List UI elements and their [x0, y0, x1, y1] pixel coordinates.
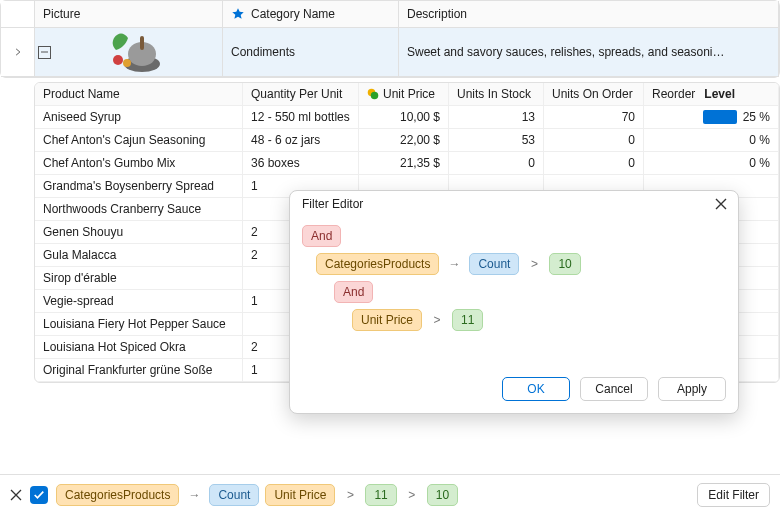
greater-than-icon: > — [403, 485, 421, 505]
reorder-bar — [703, 110, 737, 124]
cell-units-in-stock: 13 — [449, 106, 544, 129]
collapse-icon[interactable] — [38, 46, 51, 59]
cell-product-name: Genen Shouyu — [35, 221, 243, 244]
cell-units-in-stock: 53 — [449, 129, 544, 152]
field-token-unitprice[interactable]: Unit Price — [265, 484, 335, 506]
svg-point-3 — [123, 59, 131, 67]
master-col-category-label: Category Name — [251, 7, 335, 21]
svg-point-2 — [113, 55, 123, 65]
reorder-pct: 0 % — [749, 133, 770, 147]
master-col-description[interactable]: Description — [399, 1, 779, 28]
master-cell-description: Sweet and savory sauces, relishes, sprea… — [399, 28, 779, 77]
cell-product-name: Louisiana Fiery Hot Pepper Sauce — [35, 313, 243, 336]
cancel-button[interactable]: Cancel — [580, 377, 648, 401]
master-col-picture[interactable]: Picture — [35, 1, 223, 28]
detail-col-price[interactable]: Unit Price — [359, 83, 449, 106]
dialog-body: And CategoriesProducts → Count > 10 And … — [290, 213, 738, 369]
cell-product-name: Aniseed Syrup — [35, 106, 243, 129]
dialog-titlebar: Filter Editor — [290, 191, 738, 213]
cell-reorder-level: 0 % — [644, 152, 779, 175]
filter-editor-dialog: Filter Editor And CategoriesProducts → C… — [289, 190, 739, 414]
arrow-right-icon: → — [185, 485, 203, 505]
detail-col-reorder-label-b: Level — [704, 87, 735, 101]
master-cell-description-text: Sweet and savory sauces, relishes, sprea… — [407, 45, 770, 59]
cell-units-on-order: 70 — [544, 106, 644, 129]
cell-units-in-stock: 0 — [449, 152, 544, 175]
edit-filter-button[interactable]: Edit Filter — [697, 483, 770, 507]
apply-button[interactable]: Apply — [658, 377, 726, 401]
detail-col-order-label: Units On Order — [552, 87, 633, 101]
cell-product-name: Grandma's Boysenberry Spread — [35, 175, 243, 198]
aggregate-token-count[interactable]: Count — [209, 484, 259, 506]
svg-point-5 — [371, 92, 379, 100]
cancel-button-label: Cancel — [595, 382, 632, 396]
and-operator-token[interactable]: And — [302, 225, 341, 247]
detail-col-name[interactable]: Product Name — [35, 83, 243, 106]
filter-root-and: And — [302, 225, 726, 247]
check-icon — [33, 489, 45, 501]
cell-product-name: Chef Anton's Gumbo Mix — [35, 152, 243, 175]
cell-product-name: Chef Anton's Cajun Seasoning — [35, 129, 243, 152]
master-col-description-label: Description — [407, 7, 467, 21]
detail-header-row: Product Name Quantity Per Unit Unit Pric… — [35, 83, 779, 106]
value-token-10[interactable]: 10 — [549, 253, 580, 275]
cell-reorder-level: 25 % — [644, 106, 779, 129]
cell-qty-per-unit: 36 boxes — [243, 152, 359, 175]
field-token-categoriesproducts[interactable]: CategoriesProducts — [56, 484, 179, 506]
filter-expression[interactable]: CategoriesProducts → Count Unit Price > … — [56, 484, 464, 506]
currency-icon — [367, 88, 379, 100]
detail-col-qty[interactable]: Quantity Per Unit — [243, 83, 359, 106]
greater-than-icon: > — [341, 485, 359, 505]
category-image — [55, 30, 214, 74]
close-icon[interactable] — [714, 197, 728, 211]
table-row[interactable]: Chef Anton's Gumbo Mix36 boxes21,35 $000… — [35, 152, 779, 175]
master-cell-category: Condiments — [223, 28, 399, 77]
master-expand-cell[interactable] — [1, 28, 35, 77]
master-cell-picture — [35, 28, 223, 77]
value-token-10[interactable]: 10 — [427, 484, 458, 506]
value-token-11[interactable]: 11 — [365, 484, 396, 506]
and-operator-token[interactable]: And — [334, 281, 373, 303]
field-token-categoriesproducts[interactable]: CategoriesProducts — [316, 253, 439, 275]
detail-col-reorder-label-a: Reorder — [652, 87, 695, 101]
cell-product-name: Gula Malacca — [35, 244, 243, 267]
table-row[interactable]: Aniseed Syrup12 - 550 ml bottles10,00 $1… — [35, 106, 779, 129]
field-token-unitprice[interactable]: Unit Price — [352, 309, 422, 331]
ok-button[interactable]: OK — [502, 377, 570, 401]
detail-col-order[interactable]: Units On Order — [544, 83, 644, 106]
ok-button-label: OK — [527, 382, 544, 396]
reorder-pct: 0 % — [749, 156, 770, 170]
aggregate-token-count[interactable]: Count — [469, 253, 519, 275]
master-expand-col-header — [1, 1, 35, 28]
master-grid: Picture Category Name Description — [0, 0, 780, 78]
cell-unit-price: 21,35 $ — [359, 152, 449, 175]
cell-unit-price: 22,00 $ — [359, 129, 449, 152]
filter-condition-1: CategoriesProducts → Count > 10 — [302, 253, 726, 275]
cell-units-on-order: 0 — [544, 129, 644, 152]
star-icon — [231, 7, 245, 21]
master-col-category[interactable]: Category Name — [223, 1, 399, 28]
table-row[interactable]: Chef Anton's Cajun Seasoning48 - 6 oz ja… — [35, 129, 779, 152]
reorder-pct: 25 % — [743, 110, 770, 124]
cell-unit-price: 10,00 $ — [359, 106, 449, 129]
greater-than-icon: > — [428, 309, 446, 331]
greater-than-icon: > — [525, 253, 543, 275]
master-col-picture-label: Picture — [43, 7, 80, 21]
cell-product-name: Original Frankfurter grüne Soße — [35, 359, 243, 382]
apply-button-label: Apply — [677, 382, 707, 396]
detail-col-stock-label: Units In Stock — [457, 87, 531, 101]
chevron-right-icon — [13, 47, 23, 57]
svg-rect-1 — [140, 36, 144, 50]
clear-filter-icon[interactable] — [10, 489, 22, 501]
value-token-11[interactable]: 11 — [452, 309, 483, 331]
detail-col-reorder[interactable]: Reorder Level — [644, 83, 779, 106]
cell-reorder-level: 0 % — [644, 129, 779, 152]
detail-col-qty-label: Quantity Per Unit — [251, 87, 342, 101]
detail-col-stock[interactable]: Units In Stock — [449, 83, 544, 106]
filter-enabled-checkbox[interactable] — [30, 486, 48, 504]
master-data-row[interactable]: Condiments Sweet and savory sauces, reli… — [1, 28, 779, 77]
cell-units-on-order: 0 — [544, 152, 644, 175]
cell-product-name: Vegie-spread — [35, 290, 243, 313]
detail-col-price-label: Unit Price — [383, 87, 435, 101]
filter-condition-2: Unit Price > 11 — [302, 309, 726, 331]
